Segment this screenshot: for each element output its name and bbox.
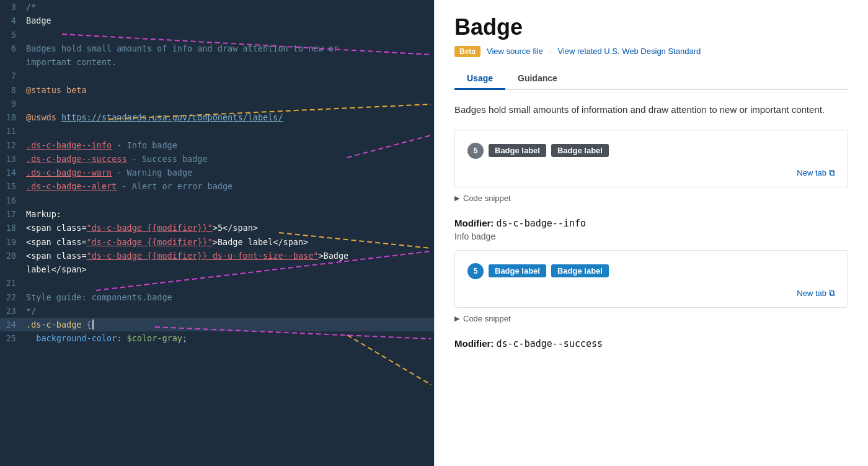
code-line-3: 3 /* [0, 0, 434, 14]
code-line-14: 14 .ds-c-badge--warn - Warning badge [0, 166, 434, 179]
code-line-18: 18 <span class="ds-c-badge {{modifier}}"… [0, 221, 434, 235]
line-content: <span class="ds-c-badge {{modifier}}">5<… [26, 221, 434, 235]
line-content: */ [26, 304, 434, 318]
line-content: Style guide: components.badge [26, 290, 434, 304]
line-content: @uswds https://standards.usa.gov/compone… [26, 110, 434, 124]
new-tab-link-1[interactable]: New tab ⧉ [467, 168, 835, 178]
line-number: 13 [0, 152, 26, 166]
line-number: 12 [0, 138, 26, 152]
modifier-success-name: ds-c-badge--success [497, 338, 603, 349]
docs-panel[interactable]: Badge Beta View source file · View relat… [434, 0, 868, 466]
page-title: Badge [454, 15, 848, 40]
line-number: 5 [0, 28, 26, 42]
line-number: 10 [0, 110, 26, 124]
code-line-13: 13 .ds-c-badge--success - Success badge [0, 152, 434, 166]
code-snippet-label-1: Code snippet [463, 194, 511, 203]
code-line-9: 9 [0, 97, 434, 110]
badge-num-default: 5 [467, 143, 484, 159]
code-line-8: 8 @status beta [0, 83, 434, 97]
line-number [0, 262, 26, 276]
modifier-prefix-2: Modifier: [454, 338, 497, 349]
line-content [26, 124, 434, 138]
badge-label-default-2: Badge label [551, 144, 609, 157]
badge-num-info: 5 [467, 263, 484, 279]
code-snippet-label-2: Code snippet [463, 314, 511, 323]
new-tab-text-1: New tab [797, 168, 826, 177]
line-number: 17 [0, 207, 26, 221]
line-number: 15 [0, 179, 26, 193]
modifier-info-label: Modifier: ds-c-badge--info [454, 218, 848, 229]
code-snippet-toggle-2[interactable]: ▶ Code snippet [454, 311, 848, 326]
line-content: .ds-c-badge--success - Success badge [26, 152, 434, 166]
line-number: 3 [0, 0, 26, 14]
chevron-right-icon-2: ▶ [454, 315, 459, 323]
code-line-4: 4 Badge [0, 14, 434, 27]
code-line-7: 7 [0, 69, 434, 83]
line-number: 9 [0, 97, 26, 110]
code-line-24: 24 .ds-c-badge {​ [0, 318, 434, 331]
code-line-22: 22 Style guide: components.badge [0, 290, 434, 304]
line-content: .ds-c-badge--info - Info badge [26, 138, 434, 152]
external-link-icon-1: ⧉ [829, 168, 835, 178]
tab-usage[interactable]: Usage [454, 68, 505, 90]
line-content: /* [26, 0, 434, 14]
line-content: label</span> [26, 262, 434, 276]
line-content: <span class="ds-c-badge {{modifier}}">Ba… [26, 235, 434, 249]
code-line-6-cont: important content. [0, 55, 434, 69]
view-source-link[interactable]: View source file [487, 47, 543, 56]
line-content: .ds-c-badge--alert - Alert or error badg… [26, 179, 434, 193]
docs-tabs: Usage Guidance [454, 68, 848, 90]
code-line-5: 5 [0, 28, 434, 42]
new-tab-link-2[interactable]: New tab ⧉ [467, 288, 835, 298]
line-number: 4 [0, 14, 26, 27]
line-content: Markup: [26, 207, 434, 221]
line-number: 6 [0, 42, 26, 55]
chevron-right-icon: ▶ [454, 194, 459, 202]
code-snippet-toggle-1[interactable]: ▶ Code snippet [454, 191, 848, 205]
code-line-20: 20 <span class="ds-c-badge {{modifier}} … [0, 249, 434, 262]
line-number: 16 [0, 194, 26, 207]
code-line-23: 23 */ [0, 304, 434, 318]
external-link-icon-2: ⧉ [829, 288, 835, 298]
line-number: 24 [0, 318, 26, 331]
modifier-info-desc: Info badge [454, 231, 848, 241]
line-content: .ds-c-badge {​ [26, 318, 434, 331]
code-line-20-cont: label</span> [0, 262, 434, 276]
code-line-10: 10 @uswds https://standards.usa.gov/comp… [0, 110, 434, 124]
line-number: 18 [0, 221, 26, 235]
line-content [26, 28, 434, 42]
code-line-11: 11 [0, 124, 434, 138]
modifier-info-name: ds-c-badge--info [497, 218, 587, 229]
line-content: Badges hold small amounts of info and dr… [26, 42, 434, 55]
example-content-default: 5 Badge label Badge label [467, 143, 835, 159]
line-number: 11 [0, 124, 26, 138]
view-standard-link[interactable]: View related U.S. Web Design Standard [557, 47, 701, 56]
modifier-info-section: Modifier: ds-c-badge--info Info badge 5 … [454, 218, 848, 349]
line-number: 23 [0, 304, 26, 318]
line-number: 20 [0, 249, 26, 262]
line-content: important content. [26, 55, 434, 69]
code-lines: 3 /* 4 Badge 5 6 Badges hold small amoun… [0, 0, 434, 346]
line-content [26, 194, 434, 207]
code-line-12: 12 .ds-c-badge--info - Info badge [0, 138, 434, 152]
tab-guidance[interactable]: Guidance [505, 68, 570, 90]
modifier-prefix: Modifier: [454, 218, 497, 228]
modifier-success-label: Modifier: ds-c-badge--success [454, 338, 848, 349]
line-content [26, 276, 434, 290]
beta-badge: Beta [454, 46, 480, 57]
line-number: 22 [0, 290, 26, 304]
code-line-16: 16 [0, 194, 434, 207]
line-number: 19 [0, 235, 26, 249]
line-number [0, 55, 26, 69]
badge-label-default-1: Badge label [489, 144, 546, 157]
line-content: background-color: $color-gray; [26, 331, 434, 345]
new-tab-text-2: New tab [797, 289, 826, 298]
code-line-6: 6 Badges hold small amounts of info and … [0, 42, 434, 55]
line-number: 21 [0, 276, 26, 290]
line-number: 25 [0, 331, 26, 345]
line-content: @status beta [26, 83, 434, 97]
docs-description: Badges hold small amounts of information… [454, 102, 848, 117]
example-box-info: 5 Badge label Badge label New tab ⧉ [454, 250, 848, 308]
line-number: 14 [0, 166, 26, 179]
code-line-25: 25 background-color: $color-gray; [0, 331, 434, 345]
